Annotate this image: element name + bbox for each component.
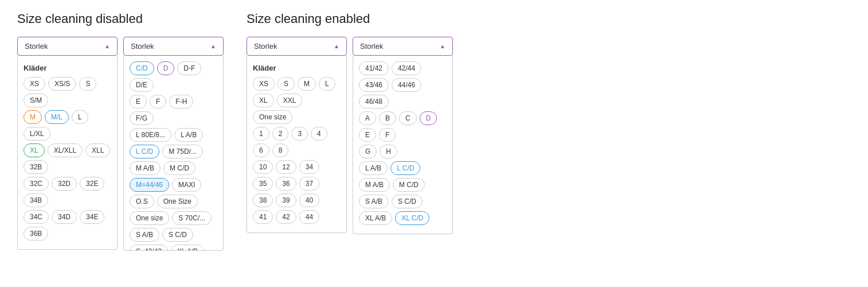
chip-s70c[interactable]: S 70C/...	[172, 211, 212, 225]
left-dropdown-1-category: Kläder	[24, 64, 111, 72]
chip-34e[interactable]: 34E	[80, 210, 104, 224]
chip-r-39[interactable]: 39	[276, 193, 296, 207]
chip-mab[interactable]: M A/B	[130, 161, 161, 175]
chip-xs[interactable]: XS	[24, 77, 45, 91]
chip-r-1[interactable]: 1	[253, 127, 269, 141]
chip-r-xl[interactable]: XL	[253, 94, 274, 107]
chip-maxi[interactable]: MAXI	[172, 178, 201, 192]
chip-sab[interactable]: S A/B	[130, 228, 159, 242]
chip-32d[interactable]: 32D	[52, 177, 77, 191]
chip-r-xs[interactable]: XS	[253, 77, 275, 91]
chip-r-4244[interactable]: 42/44	[392, 61, 421, 75]
chip-onesize-cap[interactable]: One Size	[157, 195, 198, 208]
chip-de[interactable]: D/E	[130, 78, 154, 92]
chip-32e[interactable]: 32E	[80, 177, 104, 191]
chip-r-m[interactable]: M	[298, 77, 316, 91]
chip-os[interactable]: O.S	[130, 195, 154, 208]
chip-mcd[interactable]: M C/D	[163, 161, 196, 175]
chip-r-scd[interactable]: S C/D	[392, 195, 423, 208]
chip-fg[interactable]: F/G	[130, 111, 154, 125]
chip-xlab[interactable]: XL A/B	[171, 245, 204, 251]
chip-r-e[interactable]: E	[359, 128, 376, 142]
chip-34d[interactable]: 34D	[52, 210, 77, 224]
chip-onesize[interactable]: One size	[130, 211, 169, 225]
right-dropdown-1-header[interactable]: Storlek ▲	[247, 37, 347, 56]
chip-r-37[interactable]: 37	[299, 177, 319, 191]
chip-r-onesize[interactable]: One size	[253, 110, 292, 124]
right-dropdown-1-list: Kläder XS S M L XL XXL One size 1 2	[247, 56, 347, 233]
chip-r-34[interactable]: 34	[299, 160, 319, 174]
chip-r-4346[interactable]: 43/46	[359, 78, 389, 92]
chip-r-sab[interactable]: S A/B	[359, 195, 389, 208]
chip-r-38[interactable]: 38	[253, 193, 273, 207]
chip-r-36[interactable]: 36	[276, 177, 296, 191]
chip-s4042[interactable]: S=40/42	[130, 245, 168, 251]
chip-d[interactable]: D	[157, 61, 175, 75]
chip-r-40[interactable]: 40	[299, 193, 319, 207]
chip-r-xlab[interactable]: XL A/B	[359, 211, 392, 225]
chip-r-41[interactable]: 41	[253, 210, 273, 224]
chip-r-d[interactable]: D	[420, 111, 437, 125]
chip-r-3[interactable]: 3	[291, 127, 308, 141]
chips-row: L A/B L C/D M A/B M C/D	[359, 161, 447, 192]
chip-m[interactable]: M	[24, 110, 42, 124]
chip-r-mab[interactable]: M A/B	[359, 178, 390, 192]
chip-xss[interactable]: XS/S	[48, 77, 76, 91]
chip-r-s[interactable]: S	[277, 77, 295, 91]
chip-r-b[interactable]: B	[379, 111, 396, 125]
chip-m75d[interactable]: M 75D/...	[162, 145, 203, 158]
chip-f[interactable]: F	[150, 95, 166, 108]
chip-r-l[interactable]: L	[319, 77, 335, 91]
chip-34c[interactable]: 34C	[24, 210, 49, 224]
chip-lxl[interactable]: L/XL	[24, 127, 50, 141]
chip-32c[interactable]: 32C	[24, 177, 49, 191]
chip-r-mcd[interactable]: M C/D	[393, 178, 425, 192]
chip-32b[interactable]: 32B	[24, 160, 48, 174]
chip-l[interactable]: L	[72, 110, 88, 124]
chip-r-6[interactable]: 6	[253, 144, 269, 157]
left-dropdown-1-header[interactable]: Storlek ▲	[17, 37, 118, 56]
left-section-title: Size cleaning disabled	[17, 11, 224, 26]
chip-ml[interactable]: M/L	[45, 110, 69, 124]
chip-s[interactable]: S	[79, 77, 96, 91]
chip-lab[interactable]: L A/B	[174, 128, 203, 142]
chip-r-h[interactable]: H	[380, 145, 397, 158]
chip-e[interactable]: E	[130, 95, 147, 108]
chip-r-xxl[interactable]: XXL	[277, 94, 303, 107]
chip-sm[interactable]: S/M	[24, 94, 48, 107]
chip-lcd[interactable]: L C/D	[130, 145, 159, 158]
right-dropdown-2-header[interactable]: Storlek ▲	[353, 37, 453, 56]
chip-r-4446[interactable]: 44/46	[392, 78, 421, 92]
left-dropdown-1: Storlek ▲ Kläder XS XS/S S S/M M M/L L	[17, 37, 118, 250]
chip-df[interactable]: D-F	[177, 61, 201, 75]
chip-r-lcd[interactable]: L C/D	[390, 161, 420, 175]
chip-r-4142[interactable]: 41/42	[359, 61, 389, 75]
chip-xl[interactable]: XL	[24, 144, 45, 157]
chips-row: 46/48	[359, 95, 447, 108]
chip-r-4[interactable]: 4	[311, 127, 327, 141]
chip-r-a[interactable]: A	[359, 111, 376, 125]
chip-r-f[interactable]: F	[379, 128, 396, 142]
chip-34b[interactable]: 34B	[24, 193, 48, 207]
chip-scd[interactable]: S C/D	[162, 228, 193, 242]
chip-r-44[interactable]: 44	[299, 210, 319, 224]
chip-r-c[interactable]: C	[399, 111, 417, 125]
chip-cd[interactable]: C/D	[130, 61, 154, 75]
chip-36b[interactable]: 36B	[24, 227, 48, 241]
chip-r-g[interactable]: G	[359, 145, 377, 158]
chip-r-10[interactable]: 10	[253, 160, 273, 174]
chip-r-lab[interactable]: L A/B	[359, 161, 388, 175]
chip-l80e[interactable]: L 80E/8...	[130, 128, 171, 142]
chip-r-2[interactable]: 2	[272, 127, 289, 141]
chip-r-xlcd[interactable]: XL C/D	[395, 211, 429, 225]
chip-r-4648[interactable]: 46/48	[359, 95, 389, 108]
chip-r-12[interactable]: 12	[276, 160, 296, 174]
left-dropdown-2-header[interactable]: Storlek ▲	[123, 37, 224, 56]
chip-fh[interactable]: F-H	[169, 95, 193, 108]
chip-xll[interactable]: XLL	[85, 144, 110, 157]
chip-r-8[interactable]: 8	[272, 144, 289, 157]
chip-m4446[interactable]: M=44/46	[130, 178, 169, 192]
chip-r-42[interactable]: 42	[276, 210, 296, 224]
chip-r-35[interactable]: 35	[253, 177, 273, 191]
chip-xlxll[interactable]: XL/XLL	[48, 144, 83, 157]
